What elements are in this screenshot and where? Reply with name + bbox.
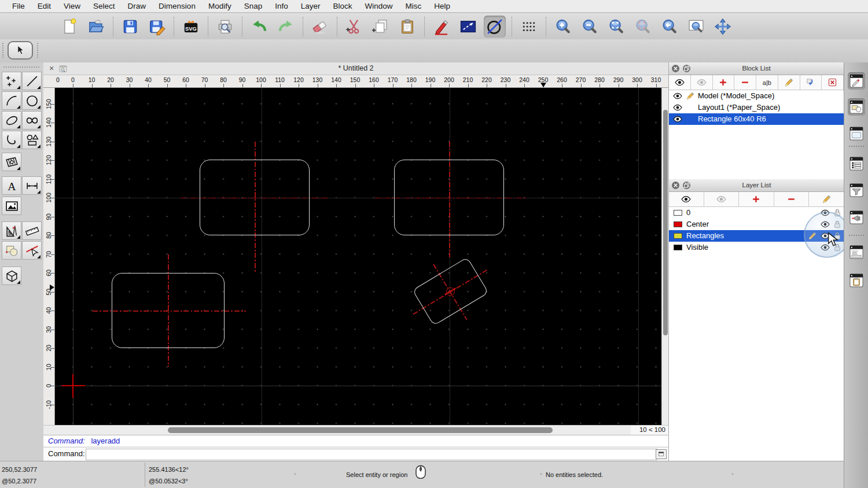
dock-block-list[interactable] — [848, 155, 865, 172]
dimension-tool[interactable] — [22, 176, 42, 195]
horizontal-scrollbar[interactable] — [43, 425, 631, 435]
dock-announce[interactable] — [848, 209, 865, 226]
paste-button[interactable] — [396, 16, 418, 38]
select-tool-button[interactable] — [8, 41, 33, 60]
block-list-item[interactable]: Rectangle 60x40 R6 — [669, 113, 844, 125]
layer-list-item[interactable]: Center — [669, 219, 844, 230]
text-tool[interactable]: A — [2, 176, 21, 195]
layer-lock-icon[interactable] — [833, 243, 842, 252]
zoom-pan-button[interactable] — [712, 16, 734, 38]
undo-button[interactable] — [248, 16, 270, 38]
menu-item-misc[interactable]: Misc — [399, 2, 428, 10]
points-tool[interactable] — [2, 72, 21, 90]
minus-toolbutton[interactable] — [734, 75, 756, 90]
pencil-toolbutton[interactable] — [778, 75, 800, 90]
panel-close-button[interactable] — [672, 182, 679, 189]
zoom-out-button[interactable] — [579, 16, 601, 38]
dock-pen-palette[interactable] — [848, 72, 865, 90]
zoom-in-button[interactable] — [552, 16, 574, 38]
zoom-select-button[interactable] — [632, 16, 654, 38]
layer-list-item[interactable]: Rectangles — [669, 230, 844, 242]
cut-button[interactable] — [343, 16, 365, 38]
layer-visibility-eye-icon[interactable] — [821, 208, 830, 217]
menu-item-select[interactable]: Select — [87, 2, 122, 10]
redo-button[interactable] — [275, 16, 297, 38]
drawing-canvas[interactable] — [55, 88, 661, 425]
eye-grey-toolbutton[interactable] — [691, 75, 713, 90]
svg-export-button[interactable]: SVG — [180, 16, 202, 38]
dock-filter[interactable] — [848, 182, 865, 199]
print-preview-button[interactable] — [214, 16, 236, 38]
dock-library-browser[interactable] — [848, 98, 865, 116]
select-entity-tool[interactable] — [22, 241, 42, 260]
arc-tool[interactable] — [2, 91, 21, 110]
menu-item-layer[interactable]: Layer — [295, 2, 327, 10]
new-document-button[interactable] — [58, 16, 80, 38]
measure-tool[interactable] — [22, 221, 42, 240]
dock-command-widget[interactable] — [848, 243, 865, 261]
vertical-scrollbar-thumb[interactable] — [663, 110, 668, 335]
menu-item-snap[interactable]: Snap — [238, 2, 269, 10]
line-attributes-button[interactable] — [457, 16, 479, 38]
eye-toolbutton[interactable] — [669, 75, 691, 90]
visibility-eye-icon[interactable] — [673, 91, 682, 101]
layer-lock-icon[interactable] — [833, 220, 842, 229]
panel-float-button[interactable] — [683, 65, 690, 72]
layer-lock-icon[interactable] — [833, 208, 842, 217]
menu-item-draw[interactable]: Draw — [122, 2, 153, 10]
layer-visibility-eye-icon[interactable] — [821, 220, 830, 229]
plus-toolbutton[interactable] — [739, 192, 774, 206]
layer-visibility-eye-icon[interactable] — [821, 231, 830, 241]
pen-button[interactable] — [431, 16, 453, 38]
rectangle-entity[interactable] — [112, 273, 225, 348]
menu-item-file[interactable]: File — [6, 2, 31, 10]
visibility-eye-icon[interactable] — [673, 114, 682, 124]
layer-list-item[interactable]: 0 — [669, 207, 844, 219]
vertical-scrollbar[interactable] — [661, 88, 668, 425]
eye-grey-toolbutton[interactable] — [704, 192, 740, 206]
block-list-item[interactable]: Layout1 (*Paper_Space) — [669, 102, 844, 113]
layer-list-item[interactable]: Visible — [669, 242, 844, 253]
ellipse-tool[interactable] — [2, 111, 21, 130]
horizontal-scrollbar-thumb[interactable] — [168, 427, 553, 433]
zoom-window-button[interactable] — [685, 16, 707, 38]
menu-item-modify[interactable]: Modify — [202, 2, 238, 10]
eraser-button[interactable] — [309, 16, 331, 38]
menu-item-block[interactable]: Block — [327, 2, 359, 10]
rectangle-entity[interactable] — [394, 160, 504, 235]
zoom-previous-button[interactable] — [659, 16, 681, 38]
open-folder-button[interactable] — [85, 16, 107, 38]
delete-red-toolbutton[interactable] — [822, 75, 844, 90]
layer-visibility-eye-icon[interactable] — [821, 243, 830, 252]
command-detach-button[interactable] — [656, 449, 667, 459]
copy-button[interactable] — [370, 16, 392, 38]
draft-mode-button[interactable] — [484, 16, 506, 38]
zoom-auto-button[interactable] — [605, 16, 627, 38]
image-tool[interactable] — [2, 197, 21, 215]
modify-tool[interactable] — [2, 241, 21, 260]
polygon-tool[interactable] — [22, 131, 42, 149]
visibility-eye-icon[interactable] — [673, 103, 682, 112]
circle-tool[interactable] — [22, 91, 42, 110]
menu-item-edit[interactable]: Edit — [31, 2, 57, 10]
grid-button[interactable] — [518, 16, 540, 38]
menu-item-dimension[interactable]: Dimension — [152, 2, 202, 10]
dock-clipboard[interactable] — [848, 272, 865, 289]
block-list-item[interactable]: Model (*Model_Space) — [669, 90, 844, 102]
menu-item-view[interactable]: View — [57, 2, 87, 10]
menu-item-info[interactable]: Info — [269, 2, 295, 10]
eye-toolbutton[interactable] — [669, 192, 704, 206]
rectangle-entity[interactable] — [200, 160, 310, 235]
save-as-button[interactable] — [146, 16, 168, 38]
layer-lock-icon[interactable] — [833, 231, 842, 241]
dock-blank-panel[interactable] — [848, 125, 865, 142]
polyline-tool[interactable] — [2, 131, 21, 149]
menu-item-window[interactable]: Window — [359, 2, 399, 10]
panel-close-button[interactable] — [672, 65, 679, 72]
line-tool[interactable] — [22, 72, 42, 90]
rename-toolbutton[interactable]: a|b — [756, 75, 778, 90]
pencil-toolbutton[interactable] — [809, 192, 844, 206]
solid-3d-tool[interactable] — [2, 267, 21, 285]
plus-toolbutton[interactable] — [713, 75, 735, 90]
minus-toolbutton[interactable] — [774, 192, 810, 206]
